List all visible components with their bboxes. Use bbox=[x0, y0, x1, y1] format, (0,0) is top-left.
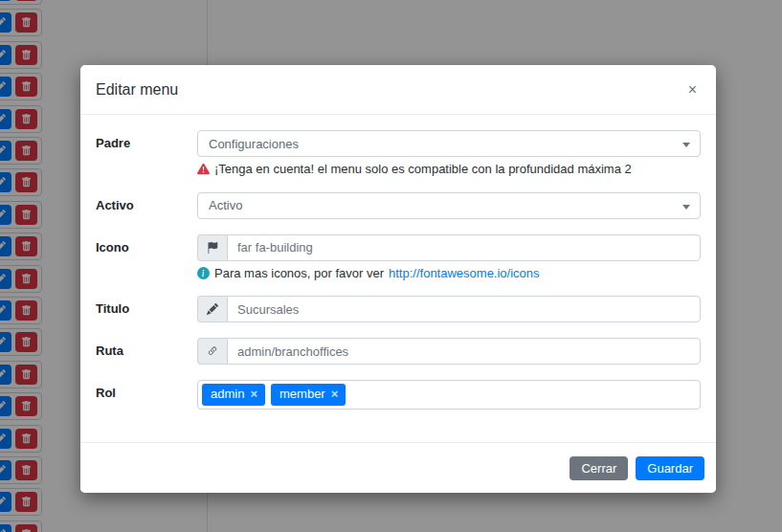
modal-header: Editar menu × bbox=[80, 65, 716, 115]
padre-warning: ¡Tenga en cuenta! el menu solo es compat… bbox=[197, 162, 701, 177]
modal-title: Editar menu bbox=[96, 81, 178, 99]
activo-select[interactable]: Activo bbox=[197, 192, 701, 219]
icono-input[interactable] bbox=[227, 234, 701, 261]
cerrar-button[interactable]: Cerrar bbox=[570, 456, 628, 480]
field-label-rol: Rol bbox=[96, 380, 197, 410]
field-label-ruta: Ruta bbox=[96, 338, 197, 365]
activo-select-value: Activo bbox=[209, 198, 242, 212]
chevron-down-icon bbox=[682, 143, 690, 147]
fontawesome-link[interactable]: http://fontawesome.io/icons bbox=[389, 266, 540, 281]
chevron-down-icon bbox=[682, 205, 690, 210]
rol-tags-input[interactable]: admin×member× bbox=[197, 380, 701, 410]
rol-tag: member× bbox=[271, 384, 346, 406]
form-group-activo: Activo Activo bbox=[96, 192, 701, 219]
field-label-padre: Padre bbox=[96, 130, 197, 177]
guardar-button[interactable]: Guardar bbox=[636, 456, 704, 480]
icono-help-text: Para mas iconos, por favor ver bbox=[214, 266, 384, 281]
ruta-input[interactable] bbox=[227, 338, 701, 365]
field-label-titulo: Titulo bbox=[96, 296, 197, 322]
edit-menu-modal: Editar menu × Padre Configuraciones ¡Ten… bbox=[80, 65, 716, 493]
modal-body: Padre Configuraciones ¡Tenga en cuenta! … bbox=[80, 115, 716, 410]
padre-warning-text: ¡Tenga en cuenta! el menu solo es compat… bbox=[214, 162, 632, 177]
close-icon[interactable]: × bbox=[684, 78, 701, 101]
rol-tag: admin× bbox=[202, 384, 265, 406]
remove-tag-icon[interactable]: × bbox=[250, 386, 257, 403]
info-circle-icon bbox=[197, 267, 210, 279]
titulo-input[interactable] bbox=[227, 296, 701, 322]
form-group-ruta: Ruta bbox=[96, 338, 701, 365]
padre-select[interactable]: Configuraciones bbox=[197, 130, 701, 157]
rol-tag-label: admin bbox=[211, 386, 244, 403]
modal-footer: Cerrar Guardar bbox=[80, 442, 716, 493]
form-group-rol: Rol admin×member× bbox=[96, 380, 701, 410]
warning-triangle-icon bbox=[197, 163, 210, 175]
rol-tag-label: member bbox=[279, 386, 325, 403]
field-label-icono: Icono bbox=[96, 234, 197, 281]
remove-tag-icon[interactable]: × bbox=[331, 386, 339, 403]
icono-help: Para mas iconos, por favor ver http://fo… bbox=[197, 266, 701, 281]
field-label-activo: Activo bbox=[96, 192, 197, 219]
flag-icon bbox=[197, 234, 227, 261]
form-group-icono: Icono Para mas iconos, por favor ver htt… bbox=[96, 234, 701, 281]
pencil-icon bbox=[197, 296, 227, 322]
padre-select-value: Configuraciones bbox=[209, 137, 299, 151]
form-group-titulo: Titulo bbox=[96, 296, 701, 322]
form-group-padre: Padre Configuraciones ¡Tenga en cuenta! … bbox=[96, 130, 701, 177]
link-icon bbox=[197, 338, 227, 365]
